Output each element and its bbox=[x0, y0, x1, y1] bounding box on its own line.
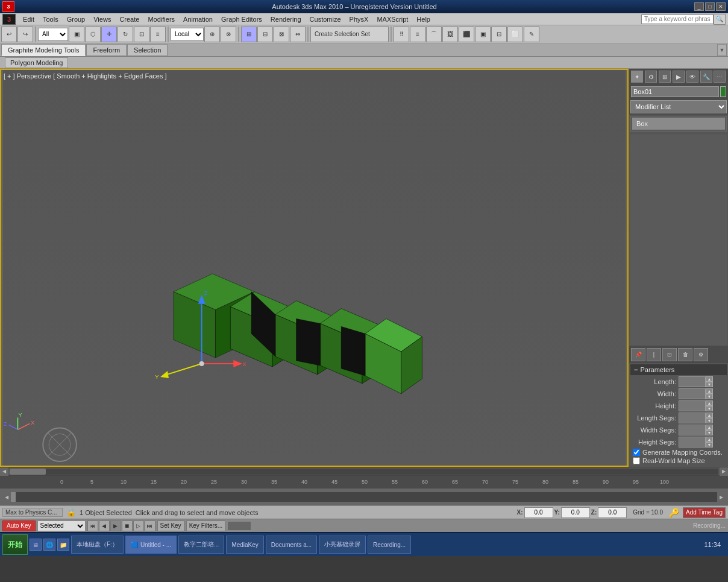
height-down-btn[interactable]: ▼ bbox=[706, 406, 713, 411]
length-down-btn[interactable]: ▼ bbox=[706, 382, 713, 387]
timeline-track[interactable]: ◀ ▶ bbox=[0, 489, 728, 505]
hsegs-up-btn[interactable]: ▲ bbox=[706, 437, 713, 442]
mirror-btn[interactable]: ⇔ bbox=[290, 27, 306, 42]
display-tab-icon[interactable]: 👁 bbox=[686, 71, 698, 83]
tab-graphite-modeling[interactable]: Graphite Modeling Tools bbox=[1, 44, 86, 56]
length-segs-input[interactable]: 1 bbox=[679, 413, 706, 423]
align-btn[interactable]: ≡ bbox=[150, 27, 166, 42]
undo-button[interactable]: ↩ bbox=[1, 27, 17, 42]
width-up-btn[interactable]: ▲ bbox=[706, 388, 713, 394]
height-up-btn[interactable]: ▲ bbox=[706, 400, 713, 406]
scroll-track-h[interactable] bbox=[10, 469, 718, 475]
key-filters-button[interactable]: Key Filters... bbox=[186, 520, 226, 531]
maximize-button[interactable]: □ bbox=[705, 2, 715, 11]
menu-rendering[interactable]: Rendering bbox=[267, 15, 305, 24]
gen-mapping-checkbox[interactable] bbox=[633, 449, 640, 456]
render1-btn[interactable]: 🖼 bbox=[442, 27, 458, 42]
selection-set-btn[interactable]: Create Selection Set bbox=[310, 27, 389, 42]
make-unique-icon[interactable]: ⊡ bbox=[662, 348, 677, 361]
stop-btn[interactable]: ⏹ bbox=[122, 520, 133, 531]
snap-btn[interactable]: ⊞ bbox=[241, 27, 257, 42]
height-segs-input[interactable]: 1 bbox=[679, 437, 706, 448]
wsegs-down-btn[interactable]: ▼ bbox=[706, 430, 713, 435]
show-end-icon[interactable]: | bbox=[647, 348, 661, 361]
create-tab-icon[interactable]: ✦ bbox=[631, 71, 643, 83]
lsegs-down-btn[interactable]: ▼ bbox=[706, 418, 713, 423]
taskbar-recording[interactable]: Recording... bbox=[368, 536, 411, 554]
taskbar-local-disk[interactable]: 本地磁盘（F:） bbox=[71, 536, 124, 554]
taskbar-icon-3[interactable]: 📁 bbox=[57, 539, 69, 551]
length-up-btn[interactable]: ▲ bbox=[706, 376, 713, 382]
scroll-left-btn[interactable]: ◀ bbox=[0, 467, 8, 476]
search-button[interactable]: 🔍 bbox=[714, 14, 726, 25]
search-input[interactable] bbox=[641, 14, 714, 24]
snap3-btn[interactable]: ⊠ bbox=[274, 27, 289, 42]
close-button[interactable]: ✕ bbox=[716, 2, 726, 11]
wsegs-up-btn[interactable]: ▲ bbox=[706, 425, 713, 430]
menu-physx[interactable]: PhysX bbox=[346, 15, 372, 24]
object-name-input[interactable]: Box01 bbox=[631, 86, 719, 97]
menu-maxscript[interactable]: MAXScript bbox=[373, 15, 412, 24]
timeline-ruler[interactable]: 0 5 10 15 20 25 30 35 40 45 50 55 60 65 … bbox=[0, 476, 728, 489]
remove-mod-icon[interactable]: 🗑 bbox=[678, 348, 692, 361]
add-time-tag-btn[interactable]: Add Time Tag bbox=[683, 507, 726, 518]
scroll-thumb-h[interactable] bbox=[10, 469, 46, 475]
length-input[interactable]: 40.0 bbox=[679, 376, 706, 387]
scale-btn[interactable]: ⊡ bbox=[134, 27, 149, 42]
taskbar-mediakey[interactable]: MediaKey bbox=[226, 536, 263, 554]
coord-select[interactable]: Local bbox=[171, 28, 204, 41]
taskbar-documents[interactable]: Documents a... bbox=[266, 536, 317, 554]
prev-frame-btn[interactable]: ◀ bbox=[99, 520, 110, 531]
pivot2-btn[interactable]: ⊗ bbox=[221, 27, 236, 42]
array-btn[interactable]: ⠿ bbox=[394, 27, 409, 42]
render6-btn[interactable]: ✎ bbox=[524, 27, 539, 42]
width-down-btn[interactable]: ▼ bbox=[706, 394, 713, 399]
render2-btn[interactable]: ⬛ bbox=[459, 27, 474, 42]
viewport[interactable]: [ + ] Perspective [ Smooth + Highlights … bbox=[0, 69, 629, 467]
menu-group[interactable]: Group bbox=[63, 15, 89, 24]
curve-btn[interactable]: ⌒ bbox=[426, 27, 442, 42]
graphite-expand-btn[interactable]: ▼ bbox=[717, 44, 727, 56]
filter-select[interactable]: All bbox=[38, 28, 68, 41]
menu-edit[interactable]: Edit bbox=[19, 15, 38, 24]
menu-create[interactable]: Create bbox=[116, 15, 143, 24]
layer-btn[interactable]: ≡ bbox=[410, 27, 425, 42]
scroll-right-btn[interactable]: ▶ bbox=[720, 467, 728, 476]
collapse-icon[interactable]: − bbox=[634, 366, 638, 373]
menu-customize[interactable]: Customize bbox=[306, 15, 345, 24]
minimize-button[interactable]: _ bbox=[694, 2, 704, 11]
z-coord-input[interactable]: 0.0 bbox=[598, 507, 627, 518]
x-coord-input[interactable]: 0.0 bbox=[524, 507, 553, 518]
pin-stack-icon[interactable]: 📌 bbox=[631, 348, 645, 361]
rotate-btn[interactable]: ↻ bbox=[118, 27, 133, 42]
modify-tab-icon[interactable]: ⚙ bbox=[645, 71, 657, 83]
viewport-scrollbar-h[interactable]: ◀ ▶ bbox=[0, 467, 728, 475]
timeline-thumb[interactable] bbox=[11, 492, 16, 502]
menu-tools[interactable]: Tools bbox=[39, 15, 62, 24]
height-input[interactable]: 40.0 bbox=[679, 400, 706, 411]
taskbar-icon-1[interactable]: 🖥 bbox=[30, 539, 42, 551]
extra-tab-icon[interactable]: ⋯ bbox=[714, 71, 726, 83]
width-segs-input[interactable]: 1 bbox=[679, 425, 706, 435]
timeline-right-btn[interactable]: ▶ bbox=[717, 493, 726, 501]
play-sel-btn[interactable]: ▷ bbox=[133, 520, 144, 531]
stack-item-box[interactable]: Box bbox=[632, 118, 725, 130]
width-input[interactable]: 40.0 bbox=[679, 388, 706, 399]
goto-start-btn[interactable]: ⏮ bbox=[87, 520, 98, 531]
play-btn[interactable]: ▶ bbox=[110, 520, 121, 531]
render3-btn[interactable]: ▣ bbox=[475, 27, 491, 42]
move-btn[interactable]: ✛ bbox=[101, 27, 117, 42]
timeline-left-btn[interactable]: ◀ bbox=[2, 493, 11, 501]
redo-button[interactable]: ↪ bbox=[17, 27, 33, 42]
render4-btn[interactable]: ⊡ bbox=[491, 27, 507, 42]
tab-freeform[interactable]: Freeform bbox=[86, 44, 127, 56]
hsegs-down-btn[interactable]: ▼ bbox=[706, 442, 713, 448]
select-object-btn[interactable]: ▣ bbox=[69, 27, 84, 42]
modifier-list-dropdown[interactable]: Modifier List bbox=[630, 100, 727, 113]
menu-modifiers[interactable]: Modifiers bbox=[144, 15, 178, 24]
configure-icon[interactable]: ⚙ bbox=[694, 348, 708, 361]
timeline-bar[interactable] bbox=[11, 492, 717, 502]
utilities-tab-icon[interactable]: 🔧 bbox=[700, 71, 712, 83]
y-coord-input[interactable]: 0.0 bbox=[561, 507, 590, 518]
start-button[interactable]: 开始 bbox=[2, 534, 28, 555]
